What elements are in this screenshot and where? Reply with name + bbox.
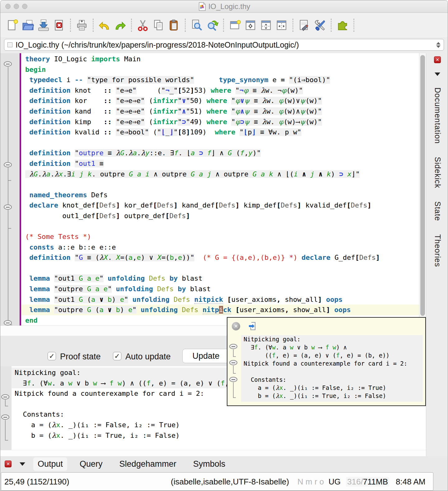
update-button[interactable]: Update [182,349,230,363]
new-file-button[interactable] [5,17,20,33]
print-icon [76,19,88,31]
output-horizontal-scrollbar[interactable] [0,450,426,456]
dock-tab-state[interactable]: State [433,201,442,221]
titlebar: IO_Logic.thy [0,0,448,13]
toolbar-separator [70,19,71,32]
copy-button[interactable] [151,17,166,33]
undo-button[interactable] [97,17,112,33]
fold-foot [233,373,236,374]
fold-foot [233,356,236,357]
fold-guide-line [233,366,234,373]
new-file-icon [6,19,19,31]
status-bar: 25,49 (1152/1190) (isabelle,isabelle,UTF… [0,472,448,491]
output-gutter [0,366,12,450]
plugin-manager-button[interactable] [335,17,350,33]
proof-state-label: Proof state [60,352,101,362]
redo-icon [114,19,126,31]
fold-guide-line [5,420,6,440]
global-options-icon [314,19,326,31]
paste-button[interactable] [166,17,182,33]
proof-state-checkbox[interactable]: ✓ [48,352,56,360]
find-next-button[interactable] [204,17,220,33]
new-view-button[interactable] [227,17,243,33]
editor[interactable]: theory IO_Logic imports Mainbegin typede… [21,53,419,325]
unsplit-button[interactable] [243,17,258,33]
nitpick-tooltip: ✕ Nitpicking goal: ∃f. (∀w. a w ∨ b w ⟶ … [227,317,426,406]
split-horizontal-button[interactable] [258,17,274,33]
toolbar-separator [93,19,94,32]
find-next-icon [206,19,218,31]
fold-marker[interactable] [4,320,12,325]
cut-icon [137,19,149,31]
dock-tab-output[interactable]: Output [33,457,67,471]
new-view-icon [229,19,241,31]
buffer-selector[interactable]: IO_Logic.thy (~/chris/trunk/tex/papers/i… [4,39,444,51]
plugin-manager-icon [336,19,349,31]
toolbar-separator [353,19,354,32]
toolbar-separator [292,19,293,32]
fold-guide-line [233,382,234,397]
fold-marker[interactable] [4,162,12,167]
buffer-icon [7,42,12,47]
bottom-dock-menu-icon[interactable] [20,462,25,466]
fold-foot [8,180,11,181]
fold-guide-line [233,349,234,356]
toolbar-separator [131,19,132,32]
toolbar-separator [223,19,224,32]
fold-foot [8,228,11,229]
buffer-options-button[interactable] [296,17,312,33]
fold-marker[interactable] [229,360,237,365]
memory-gauge[interactable]: 316/711MB [346,477,389,487]
toolbar [0,13,448,37]
editor-vertical-scrollbar-thumb[interactable] [420,55,425,316]
tooltip-close-icon[interactable]: ✕ [232,322,240,330]
save-file-button[interactable] [36,17,51,33]
fold-marker[interactable] [1,394,9,400]
fold-foot [5,406,8,406]
fold-marker[interactable] [229,344,237,349]
toolbar-separator [331,19,332,32]
auto-update-checkbox[interactable]: ✓ [113,352,121,360]
jedit-window: IO_Logic.thy IO_Logic. [0,0,448,491]
split-vertical-button[interactable] [274,17,289,33]
dock-tab-sledgehammer[interactable]: Sledgehammer [115,457,181,471]
theory-file-icon [198,2,206,11]
dock-tab-symbols[interactable]: Symbols [189,457,230,471]
bottom-dock-close-button[interactable]: ✕ [5,461,12,467]
save-file-icon [37,19,50,31]
buffer-selector-chevrons-icon[interactable] [436,42,441,48]
dock-tab-theories[interactable]: Theories [433,234,442,267]
right-dock-menu-icon[interactable] [435,72,440,76]
global-options-button[interactable] [312,17,328,33]
buffer-encoding: (isabelle,isabelle,UTF-8-Isabelle) [171,477,289,487]
redo-button[interactable] [112,17,128,33]
tooltip-text: Nitpicking goal: ∃f. (∀w. a w ∨ b w ⟶ f … [241,335,423,402]
editor-vertical-scrollbar[interactable] [419,53,426,325]
cut-button[interactable] [135,17,151,33]
split-horizontal-icon [260,19,272,31]
print-button[interactable] [74,17,90,33]
right-dock-close-button[interactable]: ✕ [434,56,441,63]
fold-marker[interactable] [4,204,12,210]
mode-flags: UG [329,477,341,487]
open-file-button[interactable] [20,17,36,33]
tooltip-detach-icon[interactable] [248,321,258,331]
close-buffer-icon [53,19,65,31]
undo-icon [98,19,111,31]
fold-marker[interactable] [229,377,237,382]
dock-tab-documentation[interactable]: Documentation [433,87,442,144]
clock: 8:48 AM [396,477,425,487]
close-buffer-button[interactable] [51,17,67,33]
find-button[interactable] [189,17,204,33]
fold-foot [5,440,8,441]
fold-marker[interactable] [1,414,9,420]
dock-tab-query[interactable]: Query [75,457,107,471]
fold-marker[interactable] [4,61,12,67]
editor-code[interactable]: theory IO_Logic imports Mainbegin typede… [21,53,419,325]
split-vertical-icon [275,19,288,31]
unsplit-icon [244,19,257,31]
dock-tab-sidekick[interactable]: Sidekick [433,157,442,188]
buffer-path: IO_Logic.thy (~/chris/trunk/tex/papers/i… [16,40,434,49]
toolbar-separator [185,19,186,32]
fold-foot [233,397,236,398]
